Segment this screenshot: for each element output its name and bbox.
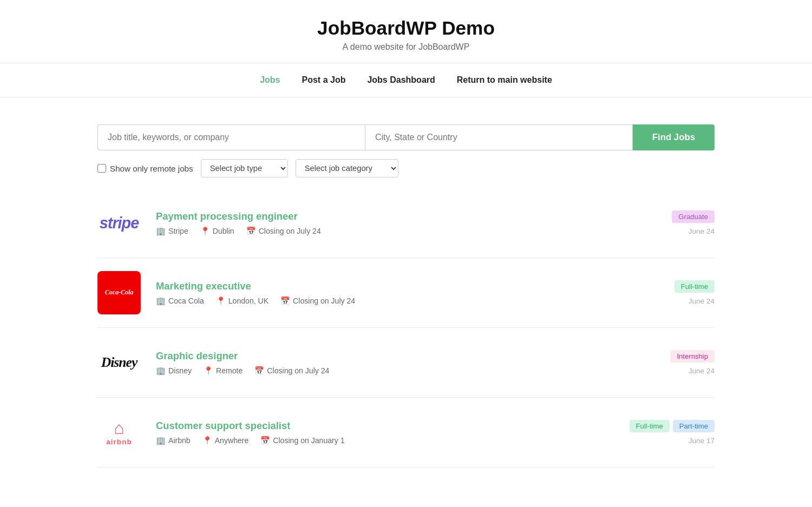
closing-date: Closing on July 24 xyxy=(259,227,321,235)
location-meta: 📍 Anywhere xyxy=(202,436,249,445)
nav-item-return-main[interactable]: Return to main website xyxy=(457,75,552,85)
job-right: Full-timePart-time June 17 xyxy=(630,420,715,445)
badges-row: Full-time xyxy=(675,280,715,293)
job-item: Disney Graphic designer 🏢 Disney 📍 Remot… xyxy=(97,328,715,398)
job-title[interactable]: Graphic designer xyxy=(156,350,639,362)
location-search-input[interactable] xyxy=(365,124,633,150)
building-icon: 🏢 xyxy=(156,297,166,306)
job-type-select[interactable]: Select job type Full-time Part-time Inte… xyxy=(201,159,288,177)
job-post-date: June 24 xyxy=(689,367,715,375)
job-right: Full-time June 24 xyxy=(639,280,715,305)
badge-parttime: Part-time xyxy=(673,420,715,432)
job-category-select[interactable]: Select job category Technology Marketing… xyxy=(296,159,398,177)
disney-logo: Disney xyxy=(101,354,137,371)
filter-row: Show only remote jobs Select job type Fu… xyxy=(97,159,715,177)
closing-date: Closing on January 1 xyxy=(273,436,344,445)
nav-item-jobs[interactable]: Jobs xyxy=(260,75,280,85)
company-name: Airbnb xyxy=(168,436,191,445)
job-logo: Coca-Cola xyxy=(97,271,141,314)
location-meta: 📍 Remote xyxy=(204,366,243,376)
job-post-date: June 24 xyxy=(689,297,715,305)
closing-meta: 📅 Closing on July 24 xyxy=(280,297,355,306)
job-meta: 🏢 Disney 📍 Remote 📅 Closing on July 24 xyxy=(156,366,639,376)
job-item: ⌂ airbnb Customer support specialist 🏢 A… xyxy=(97,398,715,468)
job-details: Payment processing engineer 🏢 Stripe 📍 D… xyxy=(156,210,639,236)
company-name: Coca Cola xyxy=(168,297,204,305)
job-meta: 🏢 Coca Cola 📍 London, UK 📅 Closing on Ju… xyxy=(156,297,639,306)
calendar-icon: 📅 xyxy=(280,297,290,306)
job-title[interactable]: Marketing executive xyxy=(156,280,639,292)
job-details: Marketing executive 🏢 Coca Cola 📍 London… xyxy=(156,280,639,306)
company-name: Stripe xyxy=(168,227,188,235)
location-name: Remote xyxy=(216,366,243,375)
company-meta: 🏢 Disney xyxy=(156,366,192,376)
airbnb-logo: ⌂ airbnb xyxy=(106,419,132,446)
calendar-icon: 📅 xyxy=(254,366,264,376)
company-meta: 🏢 Stripe xyxy=(156,227,188,236)
closing-date: Closing on July 24 xyxy=(267,366,329,375)
nav-item-post-a-job[interactable]: Post a Job xyxy=(302,75,346,85)
main-nav: Jobs Post a Job Jobs Dashboard Return to… xyxy=(0,63,812,97)
badge-graduate: Graduate xyxy=(672,210,715,223)
search-section: Find Jobs Show only remote jobs Select j… xyxy=(65,124,747,177)
badges-row: Internship xyxy=(670,350,715,363)
company-name: Disney xyxy=(168,366,192,375)
location-icon: 📍 xyxy=(202,436,212,445)
stripe-logo: stripe xyxy=(100,214,139,232)
coca-cola-logo: Coca-Cola xyxy=(97,271,141,314)
jobs-list: stripe Payment processing engineer 🏢 Str… xyxy=(65,188,747,468)
location-meta: 📍 London, UK xyxy=(216,297,269,306)
job-details: Graphic designer 🏢 Disney 📍 Remote 📅 Clo… xyxy=(156,350,639,376)
badges-row: Full-timePart-time xyxy=(630,420,715,432)
job-post-date: June 17 xyxy=(689,437,715,445)
site-header: JobBoardWP Demo A demo website for JobBo… xyxy=(0,0,812,63)
remote-jobs-checkbox[interactable] xyxy=(97,164,106,173)
location-name: Dublin xyxy=(213,227,234,235)
search-row: Find Jobs xyxy=(97,124,715,150)
job-logo: stripe xyxy=(97,201,141,245)
badge-internship: Internship xyxy=(670,350,715,363)
airbnb-text: airbnb xyxy=(106,438,132,446)
site-title: JobBoardWP Demo xyxy=(11,17,801,39)
building-icon: 🏢 xyxy=(156,366,166,376)
badge-fulltime: Full-time xyxy=(675,280,715,293)
company-meta: 🏢 Coca Cola xyxy=(156,297,204,306)
job-post-date: June 24 xyxy=(689,227,715,235)
badges-row: Graduate xyxy=(672,210,715,223)
calendar-icon: 📅 xyxy=(246,227,256,236)
building-icon: 🏢 xyxy=(156,227,166,236)
remote-jobs-text: Show only remote jobs xyxy=(110,164,193,173)
job-details: Customer support specialist 🏢 Airbnb 📍 A… xyxy=(156,420,630,445)
keyword-search-input[interactable] xyxy=(97,124,365,150)
job-title[interactable]: Payment processing engineer xyxy=(156,210,639,222)
location-icon: 📍 xyxy=(216,297,226,306)
job-logo: Disney xyxy=(97,341,141,384)
job-meta: 🏢 Airbnb 📍 Anywhere 📅 Closing on January… xyxy=(156,436,630,445)
remote-jobs-label[interactable]: Show only remote jobs xyxy=(97,164,193,173)
nav-item-jobs-dashboard[interactable]: Jobs Dashboard xyxy=(367,75,435,85)
find-jobs-button[interactable]: Find Jobs xyxy=(633,124,715,150)
building-icon: 🏢 xyxy=(156,436,166,445)
badge-fulltime: Full-time xyxy=(630,420,670,432)
closing-meta: 📅 Closing on July 24 xyxy=(246,227,321,236)
location-icon: 📍 xyxy=(204,366,213,376)
job-right: Internship June 24 xyxy=(639,350,715,375)
job-item: Coca-Cola Marketing executive 🏢 Coca Col… xyxy=(97,258,715,328)
job-item: stripe Payment processing engineer 🏢 Str… xyxy=(97,188,715,258)
location-name: London, UK xyxy=(228,297,269,305)
calendar-icon: 📅 xyxy=(260,436,270,445)
closing-meta: 📅 Closing on January 1 xyxy=(260,436,344,445)
company-meta: 🏢 Airbnb xyxy=(156,436,191,445)
airbnb-icon: ⌂ xyxy=(114,419,124,437)
job-logo: ⌂ airbnb xyxy=(97,411,141,454)
job-right: Graduate June 24 xyxy=(639,210,715,235)
site-subtitle: A demo website for JobBoardWP xyxy=(11,42,801,52)
location-icon: 📍 xyxy=(200,227,210,236)
location-name: Anywhere xyxy=(215,436,249,445)
location-meta: 📍 Dublin xyxy=(200,227,234,236)
closing-date: Closing on July 24 xyxy=(293,297,355,305)
job-meta: 🏢 Stripe 📍 Dublin 📅 Closing on July 24 xyxy=(156,227,639,236)
job-title[interactable]: Customer support specialist xyxy=(156,420,630,432)
closing-meta: 📅 Closing on July 24 xyxy=(254,366,329,376)
